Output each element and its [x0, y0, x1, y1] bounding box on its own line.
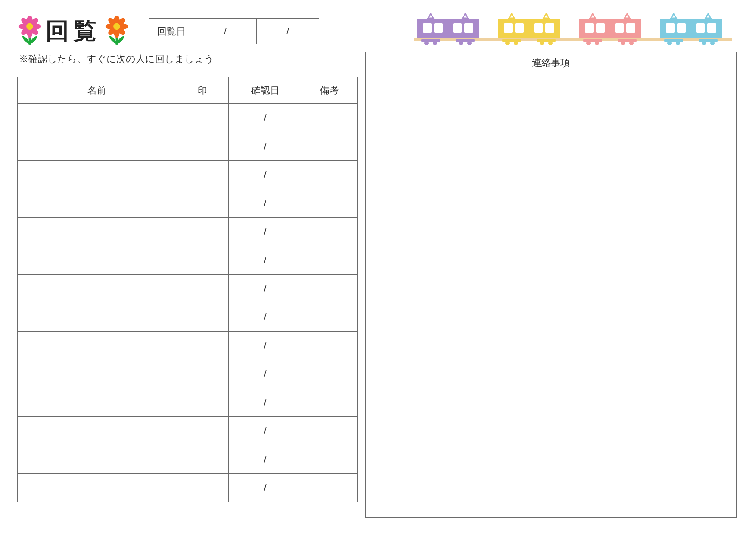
- stamp-cell[interactable]: [176, 104, 229, 132]
- date-cell[interactable]: /: [229, 417, 302, 445]
- svg-rect-40: [502, 39, 521, 42]
- table-row: /: [18, 360, 358, 388]
- svg-point-19: [113, 23, 120, 29]
- name-cell[interactable]: [18, 303, 176, 332]
- train-row-icon: [414, 13, 732, 45]
- svg-rect-51: [615, 23, 624, 33]
- remark-cell[interactable]: [302, 104, 358, 132]
- date-cell[interactable]: /: [229, 445, 302, 474]
- stamp-cell[interactable]: [176, 275, 229, 303]
- table-row: /: [18, 474, 358, 502]
- train-car-3-icon: [576, 13, 644, 45]
- svg-point-71: [710, 41, 715, 45]
- svg-marker-47: [625, 14, 630, 18]
- flower-left-icon: [17, 16, 42, 47]
- name-cell[interactable]: [18, 417, 176, 445]
- name-cell[interactable]: [18, 360, 176, 388]
- svg-rect-65: [707, 23, 716, 33]
- name-cell[interactable]: [18, 388, 176, 417]
- svg-marker-46: [590, 14, 595, 18]
- stamp-cell[interactable]: [176, 417, 229, 445]
- table-row: /: [18, 303, 358, 332]
- remark-cell[interactable]: [302, 246, 358, 275]
- table-row: /: [18, 275, 358, 303]
- svg-point-44: [540, 41, 544, 45]
- col-remark: 備考: [302, 77, 358, 104]
- name-cell[interactable]: [18, 161, 176, 189]
- remark-cell[interactable]: [302, 161, 358, 189]
- svg-rect-63: [677, 23, 686, 33]
- name-cell[interactable]: [18, 332, 176, 360]
- date-cell[interactable]: /: [229, 360, 302, 388]
- stamp-cell[interactable]: [176, 161, 229, 189]
- remark-cell[interactable]: [302, 218, 358, 246]
- date-cell[interactable]: /: [229, 388, 302, 417]
- page-title: 回覧: [46, 16, 101, 47]
- remark-cell[interactable]: [302, 132, 358, 161]
- col-date: 確認日: [229, 77, 302, 104]
- svg-rect-24: [434, 23, 443, 33]
- svg-point-70: [702, 41, 706, 45]
- stamp-cell[interactable]: [176, 474, 229, 502]
- date-cell[interactable]: /: [229, 332, 302, 360]
- remark-cell[interactable]: [302, 474, 358, 502]
- svg-point-31: [459, 41, 463, 45]
- date-cell[interactable]: /: [229, 474, 302, 502]
- remark-cell[interactable]: [302, 189, 358, 218]
- remark-cell[interactable]: [302, 388, 358, 417]
- remark-cell[interactable]: [302, 360, 358, 388]
- table-row: /: [18, 161, 358, 189]
- svg-rect-37: [515, 23, 524, 33]
- svg-rect-62: [666, 23, 675, 33]
- svg-point-68: [667, 41, 672, 45]
- name-cell[interactable]: [18, 104, 176, 132]
- name-cell[interactable]: [18, 474, 176, 502]
- svg-rect-28: [456, 39, 475, 42]
- date-cell[interactable]: /: [229, 218, 302, 246]
- svg-rect-64: [696, 23, 705, 33]
- stamp-cell[interactable]: [176, 303, 229, 332]
- date-cell[interactable]: /: [229, 303, 302, 332]
- stamp-cell[interactable]: [176, 445, 229, 474]
- remark-cell[interactable]: [302, 275, 358, 303]
- svg-point-55: [586, 41, 591, 45]
- svg-rect-67: [699, 39, 718, 42]
- memo-title: 連絡事項: [366, 52, 736, 69]
- date-cell[interactable]: /: [229, 104, 302, 132]
- svg-rect-50: [596, 23, 605, 33]
- remark-cell[interactable]: [302, 417, 358, 445]
- svg-rect-53: [583, 39, 602, 42]
- date-cell[interactable]: /: [229, 246, 302, 275]
- stamp-cell[interactable]: [176, 360, 229, 388]
- name-cell[interactable]: [18, 189, 176, 218]
- name-cell[interactable]: [18, 218, 176, 246]
- table-row: /: [18, 132, 358, 161]
- svg-marker-60: [706, 14, 711, 18]
- name-cell[interactable]: [18, 275, 176, 303]
- date-cell-2[interactable]: /: [257, 19, 319, 44]
- svg-point-42: [505, 41, 510, 45]
- name-cell[interactable]: [18, 246, 176, 275]
- remark-cell[interactable]: [302, 303, 358, 332]
- memo-panel[interactable]: 連絡事項: [365, 52, 737, 518]
- stamp-cell[interactable]: [176, 388, 229, 417]
- svg-point-56: [595, 41, 599, 45]
- date-cell[interactable]: /: [229, 189, 302, 218]
- name-cell[interactable]: [18, 445, 176, 474]
- date-cell[interactable]: /: [229, 275, 302, 303]
- date-cell[interactable]: /: [229, 161, 302, 189]
- remark-cell[interactable]: [302, 445, 358, 474]
- date-cell[interactable]: /: [229, 132, 302, 161]
- remark-cell[interactable]: [302, 332, 358, 360]
- stamp-cell[interactable]: [176, 332, 229, 360]
- date-cell-1[interactable]: /: [194, 19, 257, 44]
- svg-rect-54: [618, 39, 637, 42]
- stamp-cell[interactable]: [176, 218, 229, 246]
- svg-point-32: [467, 41, 472, 45]
- stamp-cell[interactable]: [176, 132, 229, 161]
- name-cell[interactable]: [18, 132, 176, 161]
- stamp-cell[interactable]: [176, 246, 229, 275]
- svg-rect-25: [453, 23, 462, 33]
- stamp-cell[interactable]: [176, 189, 229, 218]
- svg-point-43: [514, 41, 518, 45]
